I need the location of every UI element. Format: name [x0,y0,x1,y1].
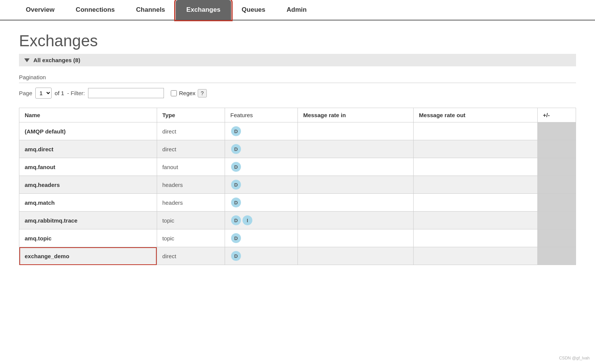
page-select[interactable]: 1 [35,88,52,99]
table-row: amq.fanoutfanoutD [19,158,576,176]
feature-badge: D [231,198,241,207]
exchange-name[interactable]: (AMQP default) [19,122,157,140]
all-exchanges-bar[interactable]: All exchanges (8) [19,54,576,66]
rate-out [414,158,538,176]
feature-badge: D [231,215,241,225]
exchange-table: Name Type Features Message rate in Messa… [19,108,576,265]
exchange-type: direct [157,140,225,158]
rate-out [414,194,538,212]
nav-item-connections[interactable]: Connections [65,0,126,20]
feature-badge: D [231,162,241,172]
table-row: amq.headersheadersD [19,176,576,194]
regex-container: Regex ? [171,89,207,97]
rate-in [298,140,413,158]
main-content: Exchanges All exchanges (8) Pagination P… [0,20,595,276]
rate-in [298,176,413,194]
plus-minus-cell [537,212,576,229]
rate-out [414,247,538,265]
page-label: Page [19,90,32,96]
exchange-name[interactable]: amq.topic [19,229,157,247]
col-type: Type [157,108,225,122]
rate-in [298,158,413,176]
rate-in [298,212,413,229]
nav-item-exchanges[interactable]: Exchanges [176,0,231,20]
table-row: amq.topictopicD [19,229,576,247]
feature-badge: I [242,215,252,225]
table-row: amq.rabbitmq.tracetopicDI [19,212,576,229]
regex-label: Regex [179,90,195,96]
nav-item-overview[interactable]: Overview [15,0,65,20]
rate-in [298,194,413,212]
col-rate-in: Message rate in [298,108,413,122]
exchange-type: topic [157,229,225,247]
rate-out [414,140,538,158]
rate-out [414,229,538,247]
plus-minus-cell [537,122,576,140]
col-plus-minus: +/- [537,108,576,122]
feature-badge: D [231,251,241,261]
collapse-icon [24,58,30,62]
regex-help-button[interactable]: ? [198,89,207,97]
pagination-label: Pagination [19,74,576,83]
filter-label: - Filter: [67,90,85,96]
plus-minus-cell [537,194,576,212]
exchange-name[interactable]: amq.headers [19,176,157,194]
exchange-type: topic [157,212,225,229]
table-row: amq.directdirectD [19,140,576,158]
exchange-type: headers [157,194,225,212]
exchange-name[interactable]: amq.fanout [19,158,157,176]
table-row: exchange_demodirectD [19,247,576,265]
feature-badge: D [231,180,241,190]
exchange-name[interactable]: exchange_demo [19,247,157,265]
exchange-features: DI [225,212,298,229]
table-header: Name Type Features Message rate in Messa… [19,108,576,122]
filter-input[interactable] [88,88,164,98]
col-rate-out: Message rate out [414,108,538,122]
table-body: (AMQP default)directDamq.directdirectDam… [19,122,576,265]
rate-in [298,229,413,247]
rate-out [414,176,538,194]
main-nav: OverviewConnectionsChannelsExchangesQueu… [0,0,595,20]
exchange-features: D [225,122,298,140]
regex-checkbox[interactable] [171,90,177,96]
of-text: of 1 [55,90,64,96]
feature-badge: D [231,233,241,243]
exchange-features: D [225,158,298,176]
col-features: Features [225,108,298,122]
rate-in [298,122,413,140]
plus-minus-cell [537,176,576,194]
feature-badge: D [231,144,241,154]
feature-badge: D [231,126,241,136]
exchange-features: D [225,194,298,212]
plus-minus-cell [537,158,576,176]
exchange-type: headers [157,176,225,194]
page-title: Exchanges [19,32,576,50]
exchange-name[interactable]: amq.rabbitmq.trace [19,212,157,229]
exchange-features: D [225,140,298,158]
plus-minus-cell [537,247,576,265]
exchange-features: D [225,229,298,247]
exchange-name[interactable]: amq.direct [19,140,157,158]
exchange-type: direct [157,122,225,140]
exchange-features: D [225,247,298,265]
pagination-section: Pagination Page 1 of 1 - Filter: Regex ? [19,74,576,99]
table-row: amq.matchheadersD [19,194,576,212]
nav-item-admin[interactable]: Admin [276,0,317,20]
all-exchanges-label: All exchanges (8) [33,57,80,63]
rate-in [298,247,413,265]
rate-out [414,212,538,229]
plus-minus-cell [537,229,576,247]
exchange-name[interactable]: amq.match [19,194,157,212]
exchange-type: direct [157,247,225,265]
col-name: Name [19,108,157,122]
nav-item-queues[interactable]: Queues [231,0,276,20]
exchange-features: D [225,176,298,194]
rate-out [414,122,538,140]
table-row: (AMQP default)directD [19,122,576,140]
exchange-type: fanout [157,158,225,176]
pagination-controls: Page 1 of 1 - Filter: Regex ? [19,88,576,99]
nav-item-channels[interactable]: Channels [126,0,176,20]
plus-minus-cell [537,140,576,158]
